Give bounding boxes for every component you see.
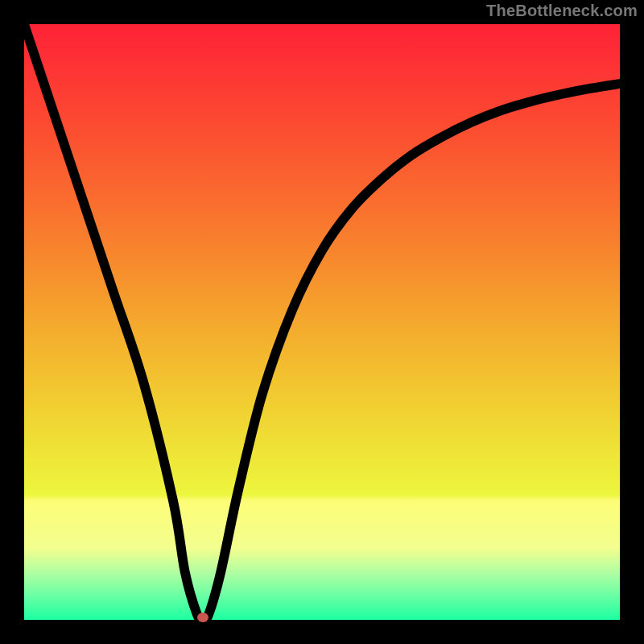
watermark-text: TheBottleneck.com — [486, 2, 638, 20]
curve-layer — [24, 24, 620, 620]
optimal-point-marker — [197, 613, 208, 622]
chart-frame: TheBottleneck.com — [0, 0, 644, 644]
bottleneck-curve — [24, 24, 620, 620]
